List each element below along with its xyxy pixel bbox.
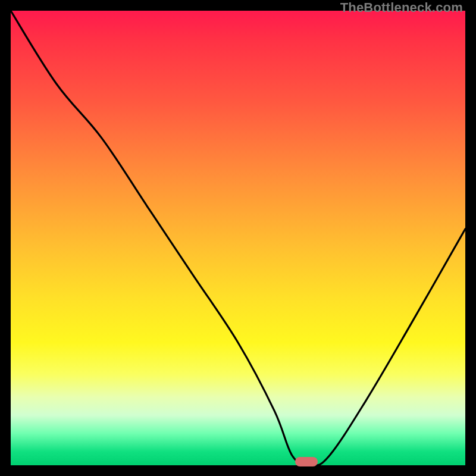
bottleneck-curve — [11, 11, 465, 465]
optimal-marker — [295, 457, 318, 466]
chart-frame — [11, 11, 465, 465]
watermark-text: TheBottleneck.com — [340, 0, 463, 15]
curve-layer — [11, 11, 465, 465]
plot-area — [11, 11, 465, 465]
